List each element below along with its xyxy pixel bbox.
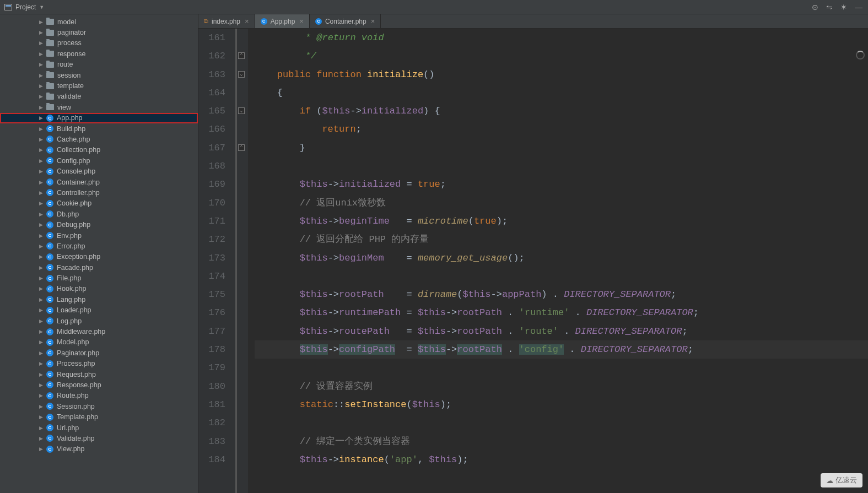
code-line[interactable]: $this->routePath = $this->rootPath . 'ro… <box>255 322 868 340</box>
tree-item-build-php[interactable]: ▶CBuild.php <box>0 123 198 134</box>
expand-arrow-icon[interactable]: ▶ <box>39 169 43 174</box>
code-line[interactable]: // 返回unix微秒数 <box>255 194 868 212</box>
tree-item-route[interactable]: ▶route <box>0 59 198 70</box>
expand-arrow-icon[interactable]: ▶ <box>39 414 43 420</box>
expand-arrow-icon[interactable]: ▶ <box>39 126 43 132</box>
tree-item-error-php[interactable]: ▶CError.php <box>0 241 198 251</box>
tree-item-console-php[interactable]: ▶CConsole.php <box>0 166 198 176</box>
tree-item-middleware-php[interactable]: ▶CMiddleware.php <box>0 326 198 337</box>
expand-arrow-icon[interactable]: ▶ <box>39 19 43 25</box>
tree-item-lang-php[interactable]: ▶CLang.php <box>0 294 198 305</box>
close-icon[interactable]: × <box>245 17 249 25</box>
expand-arrow-icon[interactable]: ▶ <box>39 436 43 441</box>
expand-arrow-icon[interactable]: ▶ <box>39 350 43 356</box>
code-line[interactable]: $this->beginTime = microtime(true); <box>255 212 868 230</box>
tree-item-session-php[interactable]: ▶CSession.php <box>0 401 198 411</box>
code-line[interactable]: // 设置容器实例 <box>255 377 868 396</box>
expand-arrow-icon[interactable]: ▶ <box>39 254 43 259</box>
fold-column[interactable]: ⌃⌄⌄⌃ <box>237 29 248 493</box>
code-line[interactable]: $this->configPath = $this->rootPath . 'c… <box>255 340 868 359</box>
tree-item-model[interactable]: ▶model <box>0 17 198 27</box>
expand-arrow-icon[interactable]: ▶ <box>39 201 43 206</box>
tree-item-session[interactable]: ▶session <box>0 70 198 80</box>
close-icon[interactable]: × <box>371 17 375 25</box>
expand-arrow-icon[interactable]: ▶ <box>39 30 43 35</box>
code-line[interactable] <box>255 157 868 175</box>
expand-arrow-icon[interactable]: ▶ <box>39 180 43 185</box>
tab-index-php[interactable]: ⧉index.php× <box>198 14 255 28</box>
expand-arrow-icon[interactable]: ▶ <box>39 307 43 313</box>
project-dropdown-icon[interactable]: ▼ <box>39 4 44 10</box>
code-line[interactable]: if ($this->initialized) { <box>255 102 868 120</box>
code-line[interactable]: $this->instance('app', $this); <box>255 451 868 469</box>
expand-arrow-icon[interactable]: ▶ <box>39 425 43 431</box>
code-line[interactable]: $this->beginMem = memory_get_usage(); <box>255 249 868 267</box>
fold-marker-icon[interactable]: ⌄ <box>238 71 245 78</box>
expand-arrow-icon[interactable]: ▶ <box>39 137 43 142</box>
hide-icon[interactable]: — <box>855 3 862 12</box>
fold-marker-icon[interactable]: ⌃ <box>238 52 245 59</box>
tree-item-process[interactable]: ▶process <box>0 38 198 48</box>
code-line[interactable] <box>255 414 868 432</box>
code-line[interactable]: $this->runtimePath = $this->rootPath . '… <box>255 304 868 322</box>
tree-item-file-php[interactable]: ▶CFile.php <box>0 273 198 283</box>
expand-arrow-icon[interactable]: ▶ <box>39 212 43 217</box>
expand-arrow-icon[interactable]: ▶ <box>39 339 43 345</box>
locate-icon[interactable]: ⊙ <box>812 3 818 12</box>
tree-item-facade-php[interactable]: ▶CFacade.php <box>0 262 198 273</box>
expand-arrow-icon[interactable]: ▶ <box>39 83 43 89</box>
tree-item-validate[interactable]: ▶validate <box>0 91 198 102</box>
tree-item-paginator-php[interactable]: ▶CPaginator.php <box>0 348 198 358</box>
expand-arrow-icon[interactable]: ▶ <box>39 190 43 196</box>
code-editor[interactable]: 1611621631641651661671681691701711721731… <box>198 29 868 493</box>
tree-item-url-php[interactable]: ▶CUrl.php <box>0 422 198 433</box>
code-line[interactable]: static::setInstance($this); <box>255 396 868 414</box>
tree-item-controller-php[interactable]: ▶CController.php <box>0 187 198 198</box>
project-tree[interactable]: ▶model▶paginator▶process▶response▶route▶… <box>0 14 198 493</box>
tree-item-view-php[interactable]: ▶CView.php <box>0 444 198 454</box>
expand-arrow-icon[interactable]: ▶ <box>39 222 43 227</box>
expand-arrow-icon[interactable]: ▶ <box>39 275 43 281</box>
code-line[interactable]: public function initialize() <box>255 66 868 84</box>
tab-container-php[interactable]: CContainer.php× <box>310 14 381 28</box>
tree-item-model-php[interactable]: ▶CModel.php <box>0 337 198 348</box>
tree-item-response-php[interactable]: ▶CResponse.php <box>0 380 198 390</box>
tree-item-view[interactable]: ▶view <box>0 102 198 112</box>
code-line[interactable]: // 绑定一个类实例当容器 <box>255 432 868 451</box>
tree-item-collection-php[interactable]: ▶CCollection.php <box>0 145 198 155</box>
code-line[interactable]: // 返回分配给 PHP 的内存量 <box>255 230 868 248</box>
code-line[interactable]: $this->rootPath = dirname($this->appPath… <box>255 285 868 304</box>
expand-arrow-icon[interactable]: ▶ <box>39 404 43 409</box>
code-line[interactable]: * @return void <box>255 29 868 47</box>
gear-icon[interactable]: ✶ <box>840 3 847 12</box>
expand-arrow-icon[interactable]: ▶ <box>39 286 43 291</box>
expand-arrow-icon[interactable]: ▶ <box>39 446 43 452</box>
code-line[interactable]: */ <box>255 47 868 65</box>
expand-arrow-icon[interactable]: ▶ <box>39 372 43 377</box>
tree-item-cache-php[interactable]: ▶CCache.php <box>0 134 198 144</box>
tree-item-request-php[interactable]: ▶CRequest.php <box>0 369 198 380</box>
expand-arrow-icon[interactable]: ▶ <box>39 40 43 46</box>
tree-item-env-php[interactable]: ▶CEnv.php <box>0 230 198 241</box>
expand-arrow-icon[interactable]: ▶ <box>39 329 43 334</box>
expand-arrow-icon[interactable]: ▶ <box>39 51 43 57</box>
expand-arrow-icon[interactable]: ▶ <box>39 318 43 324</box>
tree-item-validate-php[interactable]: ▶CValidate.php <box>0 433 198 443</box>
code-line[interactable] <box>255 267 868 285</box>
close-icon[interactable]: × <box>299 17 304 25</box>
code-line[interactable] <box>255 359 868 377</box>
fold-marker-icon[interactable]: ⌃ <box>238 144 245 151</box>
code-line[interactable]: { <box>255 84 868 102</box>
expand-arrow-icon[interactable]: ▶ <box>39 243 43 249</box>
tree-item-config-php[interactable]: ▶CConfig.php <box>0 155 198 166</box>
fold-marker-icon[interactable]: ⌄ <box>238 107 245 114</box>
tree-item-process-php[interactable]: ▶CProcess.php <box>0 359 198 369</box>
tree-item-hook-php[interactable]: ▶CHook.php <box>0 284 198 294</box>
tree-item-debug-php[interactable]: ▶CDebug.php <box>0 219 198 230</box>
tree-item-cookie-php[interactable]: ▶CCookie.php <box>0 198 198 209</box>
expand-arrow-icon[interactable]: ▶ <box>39 297 43 302</box>
tree-item-template[interactable]: ▶template <box>0 80 198 91</box>
expand-arrow-icon[interactable]: ▶ <box>39 73 43 78</box>
expand-arrow-icon[interactable]: ▶ <box>39 393 43 398</box>
tree-item-app-php[interactable]: ▶CApp.php <box>0 113 198 123</box>
